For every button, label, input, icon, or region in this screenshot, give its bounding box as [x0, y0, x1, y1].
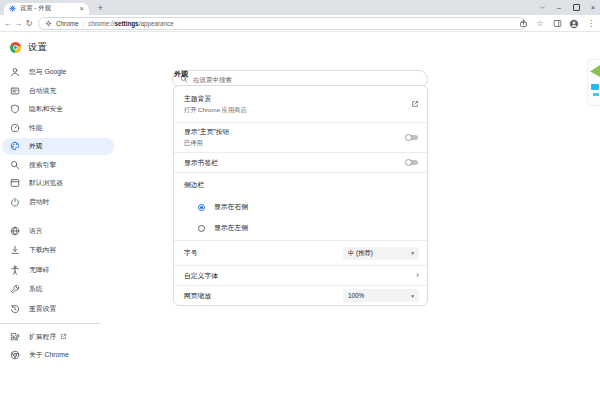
download-icon: [10, 245, 20, 255]
show-home-button-status: 已停用: [184, 139, 405, 148]
sidebar-item-reset-settings[interactable]: 重置设置: [0, 299, 160, 319]
sidebar-item-appearance[interactable]: 外观: [0, 137, 160, 156]
reload-button[interactable]: ↻: [24, 15, 34, 32]
sidebar-item-default-browser[interactable]: 默认浏览器: [0, 174, 160, 193]
browser-window: 设置 - 外观 × + – × ← → ↻ Chrome | chrome://…: [0, 0, 600, 400]
sidebar-item-performance[interactable]: 性能: [0, 119, 160, 138]
font-size-select[interactable]: 中 (推荐) ▾: [343, 247, 419, 260]
url-separator: |: [82, 20, 84, 27]
back-button[interactable]: ←: [3, 15, 13, 32]
window-controls: – ×: [538, 0, 597, 15]
font-size-row: 字号 中 (推荐) ▾: [174, 240, 427, 265]
show-home-button-toggle[interactable]: [405, 134, 419, 142]
browser-tab[interactable]: 设置 - 外观 ×: [4, 3, 89, 16]
sidebar-item-about-chrome[interactable]: 关于 Chrome: [0, 346, 160, 365]
sidebar-group-gap: [0, 211, 160, 221]
sidebar-item-downloads[interactable]: 下载内容: [0, 241, 160, 261]
palette-icon: [10, 141, 20, 151]
sidebar-item-languages[interactable]: 语言: [0, 221, 160, 241]
show-bookmarks-bar-row: 显示书签栏: [174, 152, 427, 172]
tab-close-button[interactable]: ×: [80, 5, 84, 13]
chevron-right-icon: ›: [416, 271, 419, 280]
show-bookmarks-bar-title: 显示书签栏: [184, 158, 405, 168]
browser-window-icon: [10, 178, 20, 188]
bookmark-star-icon[interactable]: ☆: [535, 19, 545, 29]
sidebar-item-search-engine[interactable]: 搜索引擎: [0, 156, 160, 175]
customize-fonts-row[interactable]: 自定义字体 ›: [174, 265, 427, 285]
power-icon: [10, 197, 20, 207]
theme-subtitle: 打开 Chrome 应用商店: [184, 106, 411, 115]
globe-icon: [10, 226, 20, 236]
page-zoom-title: 网页缩放: [184, 291, 343, 301]
appearance-settings-card: 主题背景 打开 Chrome 应用商店 显示“主页”按钮 已停用 显示书签栏 侧…: [173, 85, 428, 306]
radio-unselected-icon: [198, 225, 205, 232]
sidebar-item-autofill[interactable]: 自动填充: [0, 82, 160, 101]
font-size-title: 字号: [184, 248, 343, 258]
accessibility-icon: [10, 265, 20, 275]
minimize-button[interactable]: –: [555, 4, 563, 11]
url-site-label: Chrome: [56, 20, 78, 27]
blue-shape-small: [593, 93, 599, 96]
sidebar-item-privacy-security[interactable]: 隐私和安全: [0, 100, 160, 119]
theme-row[interactable]: 主题背景 打开 Chrome 应用商店: [174, 86, 427, 122]
maximize-icon: [573, 4, 580, 11]
url-gear-icon: [45, 20, 52, 27]
external-link-icon: [60, 333, 67, 340]
settings-sidebar: 您与 Google 自动填充 隐私和安全 性能 外观 搜索引擎 默认浏览器 启: [0, 63, 160, 365]
speedometer-icon: [10, 123, 20, 133]
puzzle-icon: [10, 332, 20, 342]
url-text: chrome://settings/appearance: [88, 20, 173, 27]
side-panel-section: 侧边栏 显示在右侧 显示在左侧: [174, 172, 427, 240]
external-link-icon: [411, 100, 419, 108]
toolbar-action-icons: ☆ ⋮: [518, 15, 596, 32]
close-button[interactable]: ×: [589, 4, 597, 11]
menu-kebab-icon[interactable]: ⋮: [586, 19, 596, 29]
restore-icon: [10, 304, 20, 314]
customize-fonts-title: 自定义字体: [184, 271, 416, 281]
dropdown-arrow-icon: ▾: [411, 250, 414, 256]
sidebar-item-system[interactable]: 系统: [0, 280, 160, 300]
settings-page-title: 设置: [28, 41, 47, 54]
tab-title: 设置 - 外观: [20, 4, 80, 13]
chrome-icon: [10, 350, 20, 360]
profile-avatar[interactable]: [569, 19, 579, 29]
blue-shape: [591, 84, 599, 90]
desktop-icon-fragment: [588, 60, 600, 105]
sidebar-item-extensions[interactable]: 扩展程序: [0, 328, 160, 347]
settings-search-input[interactable]: [193, 76, 420, 83]
radio-selected-icon: [198, 204, 205, 211]
show-bookmarks-bar-toggle[interactable]: [405, 159, 419, 167]
side-panel-left-option[interactable]: 显示在左侧: [198, 221, 427, 235]
search-icon: [10, 160, 20, 170]
browser-toolbar: ← → ↻ Chrome | chrome://settings/appeara…: [0, 15, 600, 32]
shield-icon: [10, 104, 20, 114]
page-zoom-select[interactable]: 100% ▾: [343, 289, 419, 302]
maximize-button[interactable]: [572, 4, 580, 11]
green-shape: [590, 65, 600, 77]
dropdown-arrow-icon: ▾: [411, 293, 414, 299]
new-tab-button[interactable]: +: [94, 1, 107, 14]
side-panel-icon[interactable]: [552, 19, 562, 29]
appearance-section-title: 外观: [174, 69, 188, 79]
side-panel-title: 侧边栏: [174, 173, 427, 190]
tab-favicon-gear-icon: [9, 5, 16, 12]
autofill-icon: [10, 86, 20, 96]
page-zoom-row: 网页缩放 100% ▾: [174, 285, 427, 305]
sidebar-item-on-startup[interactable]: 启动时: [0, 193, 160, 212]
tab-strip: 设置 - 外观 × + – ×: [0, 0, 600, 15]
theme-title: 主题背景: [184, 94, 411, 104]
sidebar-item-you-and-google[interactable]: 您与 Google: [0, 63, 160, 82]
show-home-button-row: 显示“主页”按钮 已停用: [174, 122, 427, 152]
settings-header: 设置: [0, 32, 600, 62]
sidebar-item-accessibility[interactable]: 无障碍: [0, 260, 160, 280]
tab-search-chevron-icon[interactable]: [538, 4, 546, 11]
forward-button[interactable]: →: [13, 15, 23, 32]
side-panel-right-option[interactable]: 显示在右侧: [198, 200, 427, 214]
wrench-icon: [10, 284, 20, 294]
share-icon[interactable]: [518, 19, 528, 29]
show-home-button-title: 显示“主页”按钮: [184, 127, 405, 137]
url-bar[interactable]: Chrome | chrome://settings/appearance: [38, 17, 526, 30]
sidebar-divider: [0, 323, 100, 324]
chrome-logo-icon: [10, 42, 21, 53]
person-icon: [10, 67, 20, 77]
